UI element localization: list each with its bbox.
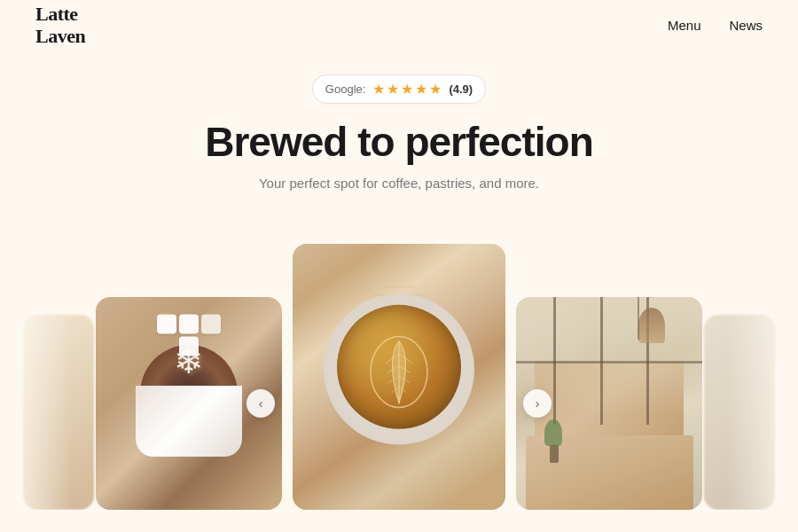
gallery-prev-button[interactable]: ‹ — [246, 389, 275, 418]
gallery-next-button[interactable]: › — [523, 389, 552, 418]
star-1: ★ — [372, 81, 385, 98]
gallery-track: ‹ — [0, 226, 798, 510]
star-3: ★ — [401, 81, 413, 98]
rating-badge: Google: ★ ★ ★ ★ ★ (4.9) — [312, 74, 486, 104]
gallery-card-left: ‹ — [96, 297, 282, 510]
gallery-card-center — [293, 244, 505, 510]
hero-title: Brewed to perfection — [205, 120, 593, 165]
logo[interactable]: Latte Laven — [35, 3, 85, 48]
hero-section: Google: ★ ★ ★ ★ ★ (4.9) Brewed to perfec… — [0, 50, 798, 510]
gallery-img-far-left — [23, 315, 94, 510]
nav-links: Menu News — [668, 18, 763, 33]
star-5: ★ — [429, 81, 442, 98]
gallery-img-far-right — [704, 315, 775, 510]
nav-news-link[interactable]: News — [729, 18, 763, 33]
gallery-img-latte — [293, 244, 505, 510]
star-2: ★ — [387, 81, 399, 98]
star-rating: ★ ★ ★ ★ ★ — [372, 81, 442, 98]
gallery-wrapper: ‹ — [0, 226, 798, 510]
star-4: ★ — [415, 81, 427, 98]
navbar: Latte Laven Menu News — [0, 0, 798, 50]
rating-source-label: Google: — [325, 82, 366, 96]
rating-score: (4.9) — [449, 82, 473, 96]
nav-menu-link[interactable]: Menu — [668, 18, 701, 33]
gallery-card-far-left — [23, 315, 94, 510]
hero-subtitle: Your perfect spot for coffee, pastries, … — [259, 176, 539, 191]
gallery-card-far-right — [704, 315, 775, 510]
gallery-card-right: › — [516, 297, 702, 510]
latte-art-svg — [355, 323, 443, 420]
